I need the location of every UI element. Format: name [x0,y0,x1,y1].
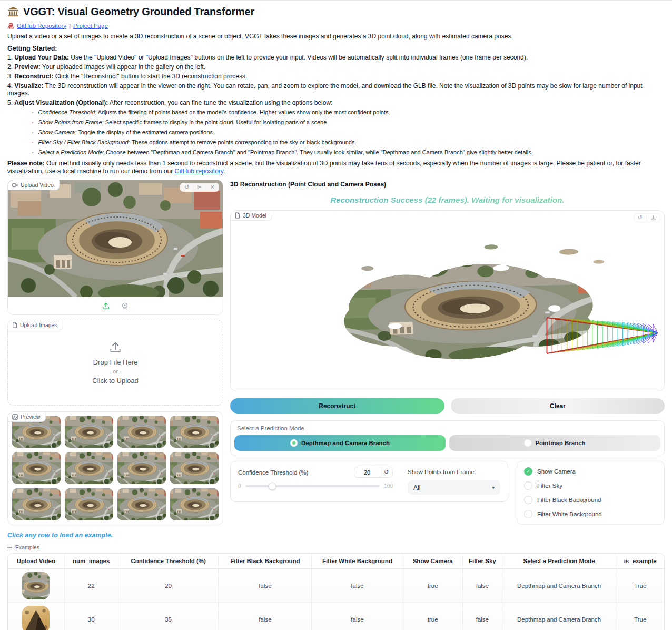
examples-column-header: Filter Sky [462,554,502,569]
project-page-link[interactable]: Project Page [73,23,108,29]
example-cell[interactable]: true [403,603,462,630]
preview-thumbnail[interactable] [12,488,61,520]
example-cell[interactable]: 30 [64,603,118,630]
model3d-viewer-panel: 3D Model ↺ [230,210,665,391]
examples-column-header: Upload Video [8,554,64,569]
visualization-option-bullet: ◦Confidence Threshold: Adjusts the filte… [32,109,665,116]
filter-checkbox-label: Filter White Background [537,511,602,517]
filter-checkbox-filter-white-background[interactable]: Filter White Background [524,510,657,518]
temple-icon [7,7,19,17]
upload-video-panel: Upload Video ↺ ✂ ✕ [7,180,223,315]
reset-icon[interactable]: ↺ [380,467,392,477]
github-repository-link-inline[interactable]: GitHub repository [175,168,223,175]
preview-thumbnail[interactable] [65,452,113,484]
preview-gallery-panel: Preview [7,411,223,525]
preview-thumbnail[interactable] [12,452,61,484]
visualization-option-bullet: ◦Filter Sky / Filter Black Background: T… [32,139,665,146]
filter-checkbox-show-camera[interactable]: ✓Show Camera [524,467,657,476]
filter-options-panel: ✓Show CameraFilter SkyFilter Black Backg… [517,461,665,525]
dropzone-content: Drop File Here - or - Click to Upload [8,320,223,405]
example-cell[interactable]: Depthmap and Camera Branch [502,603,616,630]
webcam-icon[interactable] [121,302,129,310]
uploaded-video-frame[interactable] [8,180,223,297]
preview-thumbnail[interactable] [65,488,113,520]
video-toolbar: ↺ ✂ ✕ [180,183,219,192]
example-thumbnail-cell[interactable] [8,569,64,603]
confidence-value[interactable]: 20 [354,467,380,477]
example-cell[interactable]: Depthmap and Camera Branch [502,569,616,603]
examples-column-header: Show Camera [403,554,462,569]
examples-column-header: is_example [616,554,664,569]
checkbox-unchecked-icon [524,496,532,504]
example-cell[interactable]: false [312,569,403,603]
please-note-text: Please note: Our method usually only nee… [7,160,663,175]
example-row[interactable]: 2220falsefalsetruefalseDepthmap and Came… [8,569,664,603]
example-thumbnail-pyramid[interactable] [22,606,50,630]
clear-video-icon[interactable]: ✕ [206,183,219,191]
filter-checkbox-filter-black-background[interactable]: Filter Black Background [524,496,657,504]
getting-started-step: 1. Upload Your Data: Use the "Upload Vid… [7,54,665,62]
example-cell[interactable]: True [616,603,664,630]
radio-icon [524,439,531,447]
reconstruct-button[interactable]: Reconstruct [230,398,444,414]
upload-video-label-text: Upload Video [21,182,54,188]
prediction-mode-option[interactable]: Depthmap and Camera Branch [234,435,446,451]
frames-dropdown[interactable]: All ▾ [408,480,500,495]
example-cell[interactable]: false [312,603,403,630]
filter-checkbox-label: Filter Sky [537,483,562,489]
upload-images-label: Upload Images [8,320,63,330]
preview-thumbnail[interactable] [170,488,219,520]
github-repository-link[interactable]: GitHub Repository [17,23,66,29]
example-row[interactable]: 3035falsefalsetruefalseDepthmap and Came… [8,603,664,630]
preview-thumbnail[interactable] [117,452,166,484]
reconstruction-heading: 3D Reconstruction (Point Cloud and Camer… [230,181,665,188]
undo-icon[interactable]: ↺ [181,183,193,191]
example-thumbnail-colosseum[interactable] [22,572,50,599]
point-cloud-canvas[interactable] [231,211,664,391]
reset-view-icon[interactable]: ↺ [634,214,646,222]
filter-checkbox-filter-sky[interactable]: Filter Sky [524,481,657,490]
example-cell[interactable]: True [616,569,664,603]
upload-arrow-icon [108,341,122,355]
example-thumbnail-cell[interactable] [8,603,64,630]
examples-column-header: Select a Prediction Mode [502,554,616,569]
viewer-toolbar: ↺ [634,213,660,222]
example-cell[interactable]: true [403,569,462,603]
confidence-slider[interactable] [245,485,380,487]
link-separator: | [69,23,71,29]
getting-started-step: 2. Preview: Your uploaded images will ap… [7,64,665,71]
prediction-mode-panel: Select a Prediction Mode Depthmap and Ca… [230,420,665,456]
examples-table-header: Upload Videonum_imagesConfidence Thresho… [8,554,664,569]
slider-handle[interactable] [268,482,276,490]
upload-images-dropzone[interactable]: Upload Images Drop File Here - or - Clic… [7,320,223,406]
slider-min-label: 0 [238,483,241,489]
download-glb-icon[interactable] [646,214,660,221]
frames-dropdown-value: All [413,484,420,491]
prediction-mode-option[interactable]: Pointmap Branch [449,435,660,451]
trim-scissors-icon[interactable]: ✂ [193,183,206,191]
example-cell[interactable]: 20 [118,569,219,603]
click-to-upload-text[interactable]: Click to Upload [92,377,138,385]
example-cell[interactable]: false [219,603,312,630]
preview-thumbnail[interactable] [117,488,166,520]
clear-button[interactable]: Clear [451,398,665,414]
preview-label-text: Preview [21,414,40,420]
upload-file-icon[interactable] [102,302,110,310]
chevron-down-icon: ▾ [492,485,495,490]
preview-label: Preview [8,412,46,422]
video-source-buttons [8,297,223,314]
examples-column-header: Filter White Background [312,554,403,569]
example-cell[interactable]: 22 [64,569,118,603]
drop-or-text: - or - [109,368,121,375]
preview-thumbnail[interactable] [170,416,219,448]
preview-thumbnail[interactable] [117,416,166,448]
example-cell[interactable]: false [462,603,502,630]
example-cell[interactable]: false [219,569,312,603]
preview-gallery-grid [12,416,219,520]
preview-thumbnail[interactable] [170,452,219,484]
example-cell[interactable]: false [462,569,502,603]
example-cell[interactable]: 35 [118,603,219,630]
preview-thumbnail[interactable] [65,416,113,448]
getting-started-steps: 1. Upload Your Data: Use the "Upload Vid… [7,54,665,106]
checkbox-unchecked-icon [524,481,532,490]
